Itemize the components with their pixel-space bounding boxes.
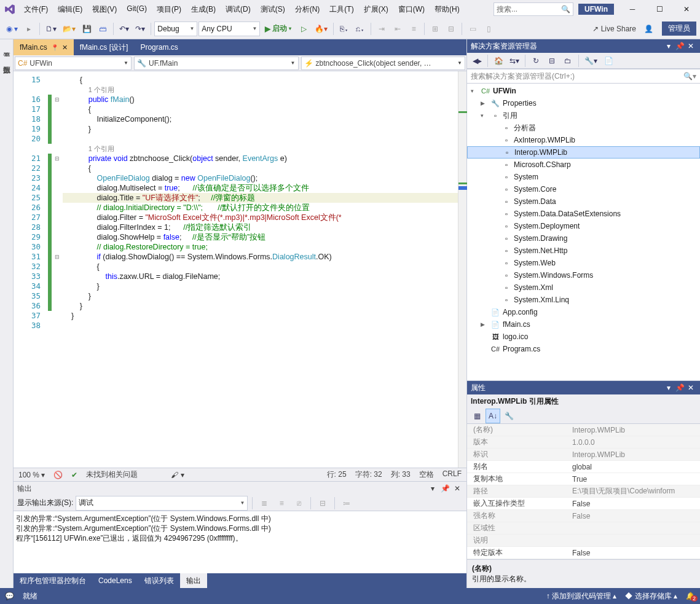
se-sync-icon[interactable]: ↻ (529, 53, 543, 68)
tree-row[interactable]: ▫System.Drawing (467, 232, 700, 245)
bottom-tab[interactable]: 程序包管理器控制台 (14, 573, 92, 589)
tab-toolbox[interactable]: 工具箱 (0, 43, 13, 50)
doc-tab[interactable]: Program.cs (134, 39, 184, 55)
code-area[interactable]: { 1 个引用 public fMain() { InitializeCompo… (63, 71, 458, 468)
se-showall-icon[interactable]: 🗀 (560, 53, 575, 68)
tree-row[interactable]: 📄App.config (467, 306, 700, 318)
tab-datasources[interactable]: 数据源 (0, 57, 13, 64)
btn-g8[interactable]: ▯ (481, 22, 496, 36)
output-btn4[interactable]: ⊟ (315, 496, 330, 511)
prop-cat-icon[interactable]: ▦ (470, 409, 484, 423)
tree-row[interactable]: C#Program.cs (467, 343, 700, 355)
tree-row[interactable]: ▫System.Deployment (467, 220, 700, 232)
doc-tab[interactable]: fMain.cs [设计] (74, 39, 135, 55)
prop-wrench-icon[interactable]: 🔧 (501, 409, 516, 423)
tree-row[interactable]: ▫AxInterop.WMPLib (467, 134, 700, 146)
output-btn1[interactable]: ≣ (257, 496, 272, 511)
menu-item[interactable]: 帮助(H) (430, 2, 464, 17)
repo-button[interactable]: ◆ 选择存储库 ▴ (625, 591, 677, 602)
bottom-tab[interactable]: 错误列表 (138, 573, 180, 589)
output-btn3[interactable]: ⎚ (291, 496, 306, 511)
pin-icon[interactable]: 📍 (51, 44, 58, 51)
se-close-icon[interactable]: ✕ (685, 42, 696, 50)
tree-row[interactable]: ▾C#UFWin (467, 85, 700, 97)
account-icon[interactable]: 👤 (641, 22, 656, 36)
undo-button[interactable]: ↶▾ (117, 22, 132, 36)
se-search[interactable]: 搜索解决方案资源管理器(Ctrl+;) 🔍▾ (467, 69, 700, 84)
btn-g5[interactable]: ⊞ (428, 22, 442, 36)
prop-az-icon[interactable]: A↓ (486, 409, 500, 423)
se-switch-icon[interactable]: ⇆▾ (507, 53, 522, 68)
tree-row[interactable]: ▫System.Data.DataSetExtensions (467, 208, 700, 220)
bottom-tab[interactable]: 输出 (180, 573, 207, 589)
btn-g4[interactable]: ≡ (406, 22, 421, 36)
zoom-combo[interactable]: 100 % ▾ (18, 471, 45, 479)
tree-row[interactable]: ▫System.Xml.Linq (467, 294, 700, 306)
crumb-project[interactable]: C#UFWin▼ (15, 57, 132, 70)
menu-item[interactable]: 项目(P) (152, 2, 186, 17)
tree-row[interactable]: ▫System.Core (467, 183, 700, 195)
brush-icon[interactable]: 🖌 ▾ (171, 471, 184, 479)
menu-item[interactable]: 扩展(X) (360, 2, 393, 17)
btn-g7[interactable]: ▭ (465, 22, 480, 36)
menu-item[interactable]: 编辑(E) (53, 2, 87, 17)
title-search[interactable]: 搜索... 🔍 (494, 2, 573, 16)
tree-row[interactable]: ▫System.Web (467, 257, 700, 269)
tree-row[interactable]: ▾▫引用 (467, 109, 700, 122)
tree-row[interactable]: ▫System (467, 171, 700, 183)
menu-item[interactable]: 测试(S) (256, 2, 289, 17)
redo-button[interactable]: ↷▾ (133, 22, 147, 36)
se-home-icon[interactable]: 🏠 (491, 53, 506, 68)
se-collapse-icon[interactable]: ⊟ (545, 53, 559, 68)
prop-dropdown-icon[interactable]: ▾ (663, 383, 674, 392)
scm-button[interactable]: ↑ 添加到源代码管理 ▴ (546, 591, 617, 602)
menu-item[interactable]: 分析(N) (291, 2, 324, 17)
menu-item[interactable]: Git(G) (122, 2, 151, 17)
tree-row[interactable]: ▫Microsoft.CSharp (467, 159, 700, 171)
step-button[interactable]: ⎘▾ (337, 22, 352, 36)
tree-row[interactable]: ▫System.Net.Http (467, 245, 700, 257)
save-button[interactable]: 💾 (79, 22, 94, 36)
hot-reload-button[interactable]: 🔥▾ (312, 22, 330, 36)
close-button[interactable]: ✕ (673, 1, 700, 18)
crumb-member[interactable]: ⚡zbtnchoose_Click(object sender, …▼ (301, 57, 466, 70)
panel-pin-icon[interactable]: 📌 (439, 483, 450, 494)
start-debug-button[interactable]: ▶启动▾ (261, 22, 295, 36)
config-combo[interactable]: Debug▼ (154, 22, 197, 36)
menu-item[interactable]: 视图(V) (88, 2, 121, 17)
new-project-button[interactable]: 🗋▾ (43, 22, 59, 36)
se-dropdown-icon[interactable]: ▾ (663, 42, 674, 50)
start-nodbg-button[interactable]: ▷ (296, 22, 311, 36)
se-properties-icon[interactable]: 🔧▾ (582, 53, 600, 68)
property-row[interactable]: 特定版本False (467, 547, 700, 559)
code-editor[interactable]: 1516171819202122232425262728293031323334… (14, 71, 466, 468)
feedback-icon[interactable]: 💬 (5, 592, 14, 600)
panel-dropdown-icon[interactable]: ▾ (427, 483, 438, 494)
se-pin-icon[interactable]: 📌 (674, 42, 685, 50)
prop-pin-icon[interactable]: 📌 (674, 383, 685, 392)
open-button[interactable]: 📂▾ (60, 22, 78, 36)
doc-tab[interactable]: fMain.cs📍✕ (14, 39, 74, 55)
notifications-icon[interactable]: 🔔2 (686, 592, 695, 600)
menu-item[interactable]: 调试(D) (221, 2, 255, 17)
output-source-combo[interactable]: 调试▼ (76, 496, 248, 511)
property-row[interactable]: 别名global (467, 461, 700, 473)
menu-item[interactable]: 工具(T) (325, 2, 358, 17)
menu-item[interactable]: 窗口(W) (394, 2, 429, 17)
nav-back-button[interactable]: ◉ ▾ (4, 22, 20, 36)
property-row[interactable]: 嵌入互操作类型False (467, 498, 700, 510)
tree-row[interactable]: 🖼logo.ico (467, 331, 700, 343)
property-row[interactable]: 复制本地True (467, 473, 700, 485)
crumb-class[interactable]: 🔧UF.fMain▼ (134, 57, 299, 70)
btn-g3[interactable]: ⇤ (390, 22, 405, 36)
tree-row[interactable]: ▫Interop.WMPLib (467, 146, 700, 159)
scroll-map[interactable] (458, 71, 466, 468)
output-text[interactable]: 引发的异常:“System.ArgumentException”(位于 Syst… (14, 511, 466, 573)
close-icon[interactable]: ✕ (62, 44, 68, 52)
save-all-button[interactable]: 🗃 (95, 22, 110, 36)
menu-item[interactable]: 文件(F) (20, 2, 52, 17)
bottom-tab[interactable]: CodeLens (92, 574, 138, 587)
properties-grid[interactable]: (名称)Interop.WMPLib版本1.0.0.0标识Interop.WMP… (467, 424, 700, 559)
btn-g2[interactable]: ⇥ (374, 22, 389, 36)
live-share-button[interactable]: ↗Live Share (589, 22, 640, 36)
